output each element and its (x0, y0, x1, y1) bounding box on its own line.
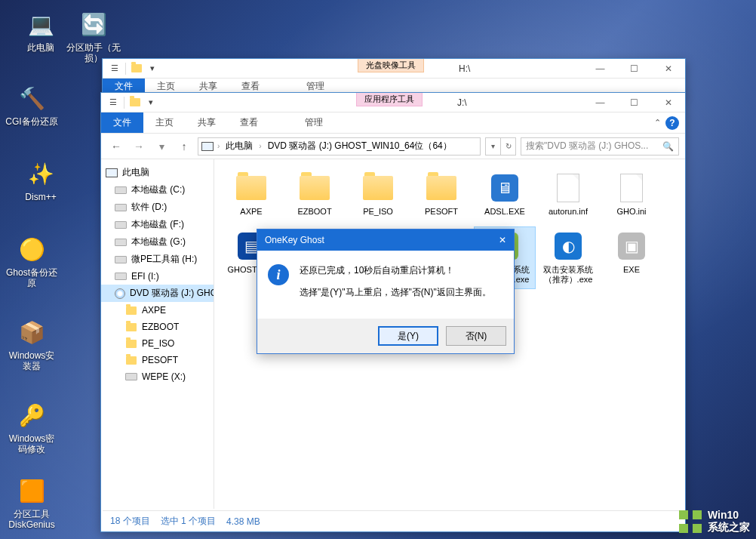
file-icon-1 (297, 172, 333, 204)
tab-file-j[interactable]: 文件 (101, 112, 143, 133)
tree-drive-1[interactable]: 软件 (D:) (101, 199, 214, 216)
minimize-h[interactable]: — (583, 59, 617, 79)
search-placeholder: 搜索"DVD 驱动器 (J:) GHOS... (526, 140, 648, 152)
tree-subfolder-4[interactable]: WEPE (X:) (101, 368, 214, 385)
file-label-0: AXPE (224, 207, 278, 217)
nav-tree[interactable]: 此电脑本地磁盘 (C:)软件 (D:)本地磁盘 (F:)本地磁盘 (G:)微PE… (101, 159, 214, 509)
desktop-icon-cgi-backup[interactable]: 🔨CGI备份还原 (5, 83, 59, 127)
path-label-j: J:\ (457, 97, 467, 108)
nav-recent[interactable]: ▾ (152, 137, 171, 156)
tab-share-j[interactable]: 共享 (186, 112, 228, 133)
file-icon-0 (233, 172, 269, 204)
file-label-2: PE_ISO (351, 207, 405, 217)
watermark-line2: 系统之家 (708, 522, 750, 533)
qat-dropdown[interactable]: ▾ (145, 61, 160, 76)
tree-drive-6[interactable]: DVD 驱动器 (J:) GHOST_WIN10_64位 (101, 285, 214, 302)
tab-home-j[interactable]: 主页 (143, 112, 186, 133)
maximize-j[interactable]: ☐ (617, 93, 651, 112)
desktop-icon-dismpp[interactable]: ✨Dism++ (14, 159, 68, 202)
file-icon-12: ◐ (550, 230, 586, 262)
tree-drive-5[interactable]: EFI (I:) (101, 268, 214, 285)
dismpp-icon: ✨ (26, 159, 56, 189)
tab-view-j[interactable]: 查看 (228, 112, 270, 133)
close-j[interactable]: ✕ (651, 93, 685, 112)
desktop-icon-diskgenius[interactable]: 🟧分区工具DiskGenius (5, 476, 59, 531)
help-icon[interactable]: ? (665, 116, 679, 130)
statusbar: 18 个项目 选中 1 个项目 4.38 MB (103, 510, 684, 531)
file-item-3[interactable]: PESOFT (410, 168, 472, 220)
ribbon-collapse[interactable]: ⌃ (654, 118, 661, 128)
breadcrumb-refresh[interactable]: ↻ (500, 138, 515, 155)
maximize-h[interactable]: ☐ (617, 59, 651, 79)
this-pc-icon: 💻 (26, 9, 56, 39)
file-label-5: autorun.inf (541, 207, 595, 217)
context-tool-h[interactable]: 光盘映像工具 (358, 59, 424, 72)
file-item-1[interactable]: EZBOOT (284, 168, 346, 220)
dialog-no-button[interactable]: 否(N) (446, 326, 506, 346)
qat-folder-icon[interactable] (129, 61, 144, 76)
close-h[interactable]: ✕ (651, 59, 685, 79)
dialog-msg-1: 还原已完成，10秒后自动重启计算机！ (300, 264, 491, 277)
diskgenius-icon: 🟧 (17, 476, 47, 506)
dialog-yes-button[interactable]: 是(Y) (378, 326, 438, 346)
dialog-msg-2: 选择"是(Y)"马上重启，选择"否(N)"返回主界面。 (300, 286, 491, 299)
status-count: 18 个项目 (110, 515, 150, 528)
file-item-2[interactable]: PE_ISO (347, 168, 409, 220)
minimize-j[interactable]: — (583, 93, 617, 112)
search-icon[interactable]: 🔍 (662, 141, 674, 152)
tree-subfolder-0[interactable]: AXPE (101, 302, 214, 319)
dialog-close[interactable]: ✕ (499, 235, 506, 245)
partition-helper-icon: 🔄 (78, 9, 109, 39)
context-tool-j[interactable]: 应用程序工具 (356, 93, 423, 106)
status-selected: 选中 1 个项目 (161, 515, 216, 528)
desktop-icon-windows-pwd[interactable]: 🔑Windows密码修改 (5, 400, 59, 455)
file-item-0[interactable]: AXPE (220, 168, 282, 220)
file-item-5[interactable]: autorun.inf (537, 168, 599, 220)
file-label-4: ADSL.EXE (478, 207, 532, 217)
breadcrumb[interactable]: › 此电脑 › DVD 驱动器 (J:) GHOST_WIN10_64位（64） (198, 137, 481, 156)
info-icon: i (268, 264, 289, 285)
search-box[interactable]: 搜索"DVD 驱动器 (J:) GHOS... 🔍 (521, 137, 679, 156)
nav-fwd[interactable]: → (130, 137, 148, 156)
ghost-backup-icon: 🟡 (17, 234, 47, 264)
breadcrumb-drive[interactable]: DVD 驱动器 (J:) GHOST_WIN10_64位（64） (266, 140, 454, 152)
qat-explorer-icon-j[interactable]: ☰ (106, 95, 121, 110)
tree-subfolder-1[interactable]: EZBOOT (101, 319, 214, 335)
file-item-13[interactable]: ▣EXE (601, 226, 662, 288)
breadcrumb-root[interactable]: 此电脑 (223, 140, 255, 152)
explorer-window-h[interactable]: ☰ ▾ 光盘映像工具 H:\ — ☐ ✕ 文件 主页 共享 查看 管理 (102, 58, 686, 94)
tree-subfolder-2[interactable]: PE_ISO (101, 335, 214, 352)
qat-h: ☰ ▾ (107, 61, 160, 76)
tree-drive-4[interactable]: 微PE工具箱 (H:) (101, 251, 214, 268)
dialog-titlebar[interactable]: OneKey Ghost ✕ (257, 229, 514, 251)
tree-drive-2[interactable]: 本地磁盘 (F:) (101, 216, 214, 233)
breadcrumb-dropdown[interactable]: ▾ (485, 138, 500, 155)
file-icon-3 (423, 172, 459, 204)
desktop-icon-partition-helper[interactable]: 🔄分区助手（无损） (66, 9, 121, 64)
file-label-13: EXE (604, 265, 659, 275)
desktop-icon-windows-installer[interactable]: 📦Windows安装器 (5, 317, 59, 372)
nav-up[interactable]: ↑ (175, 137, 193, 156)
watermark: Win10 系统之家 (679, 510, 750, 533)
ribbon-j: 文件 主页 共享 查看 管理 ⌃ ? (101, 112, 685, 134)
qat-explorer-icon[interactable]: ☰ (107, 61, 122, 76)
file-item-12[interactable]: ◐双击安装系统（推荐）.exe (537, 226, 599, 288)
file-item-6[interactable]: GHO.ini (601, 168, 662, 220)
file-item-4[interactable]: 🖥ADSL.EXE (474, 168, 536, 220)
watermark-logo (679, 510, 702, 533)
tree-subfolder-3[interactable]: PESOFT (101, 352, 214, 368)
onekey-dialog: OneKey Ghost ✕ i 还原已完成，10秒后自动重启计算机！ 选择"是… (257, 229, 515, 354)
tree-this-pc[interactable]: 此电脑 (101, 164, 214, 181)
desktop-icon-ghost-backup[interactable]: 🟡Ghost备份还原 (5, 234, 59, 289)
tab-manage-j[interactable]: 管理 (293, 112, 335, 133)
tree-drive-3[interactable]: 本地磁盘 (G:) (101, 233, 214, 251)
qat-folder-icon-j[interactable] (128, 95, 143, 110)
nav-back[interactable]: ← (107, 137, 125, 156)
tree-drive-0[interactable]: 本地磁盘 (C:) (101, 181, 214, 199)
windows-installer-icon: 📦 (17, 317, 47, 347)
file-label-6: GHO.ini (604, 207, 659, 217)
qat-dropdown-j[interactable]: ▾ (143, 95, 158, 110)
desktop-icon-this-pc[interactable]: 💻此电脑 (14, 9, 68, 53)
path-label-h: H:\ (459, 63, 470, 74)
nav-row: ← → ▾ ↑ › 此电脑 › DVD 驱动器 (J:) GHOST_WIN10… (101, 134, 685, 159)
